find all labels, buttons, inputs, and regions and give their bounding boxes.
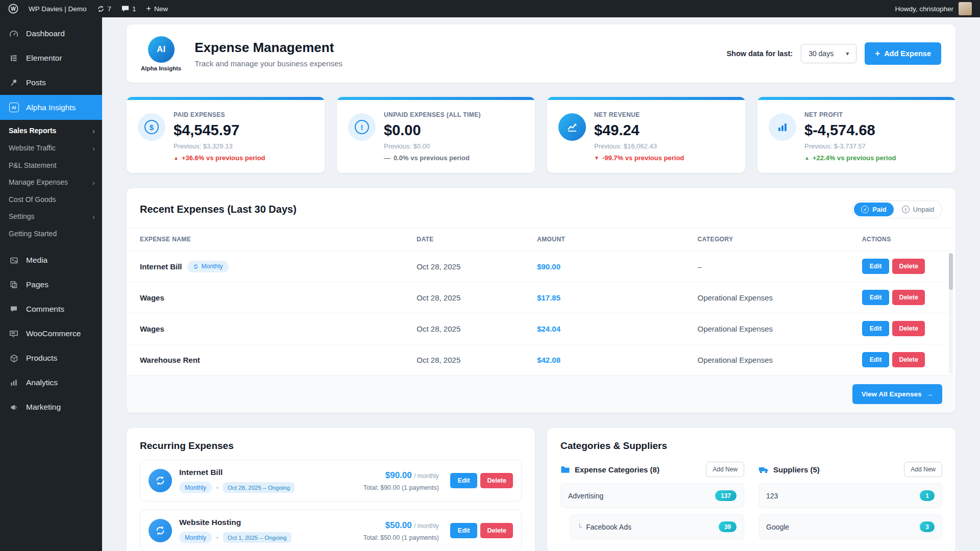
edit-button[interactable]: Edit [450,523,478,538]
sidebar-item-analytics[interactable]: Analytics [0,370,102,395]
site-name-link[interactable]: WP Davies | Demo [29,5,87,13]
date-range-select[interactable]: 30 days ▾ [801,44,856,63]
avatar[interactable] [959,2,972,15]
sidebar-item-elementor[interactable]: Elementor [0,46,102,70]
edit-button[interactable]: Edit [862,259,890,274]
recurring-total: Total: $50.00 (1 payments) [363,534,439,541]
chevron-right-icon: › [92,127,95,135]
stat-value: $0.00 [384,122,481,139]
chevron-right-icon: › [92,144,95,153]
stat-previous: Previous: $0.00 [384,142,481,150]
table-body: Internet Bill Monthly Oct 28, 2025 $90.0… [127,251,955,375]
edit-button[interactable]: Edit [450,473,478,488]
plugin-logo: AI Alpha Insights [141,36,181,71]
sidebar-item-dashboard[interactable]: Dashboard [0,21,102,46]
media-icon [8,256,19,265]
recurring-name: Internet Bill [179,468,356,477]
submenu-website-traffic[interactable]: Website Traffic › [0,139,102,157]
sync-icon [193,264,199,269]
table-row: Warehouse Rent Oct 28, 2025 $42.08 Opera… [127,344,955,375]
sidebar-item-comments[interactable]: Comments [0,297,102,321]
bars-icon [769,113,796,141]
recent-expenses-card: Recent Expenses (Last 30 Days) ✓ Paid ! … [127,188,955,413]
down-arrow-icon: ▼ [594,155,599,161]
recurring-interval: / monthly [414,522,439,530]
add-category-button[interactable]: Add New [706,462,744,477]
add-supplier-button[interactable]: Add New [904,462,942,477]
table-scrollbar[interactable] [949,253,953,373]
sidebar-item-woocommerce[interactable]: WooCommerce [0,321,102,346]
table-row: Wages Oct 28, 2025 $24.04 Operational Ex… [127,313,955,344]
scrollbar-thumb[interactable] [949,253,953,290]
recurring-title: Recurring Expenses [140,440,522,452]
recurring-name: Website Hosting [179,518,356,527]
sidebar-item-marketing[interactable]: Marketing [0,395,102,419]
submenu-cost-of-goods[interactable]: Cost Of Goods [0,191,102,208]
view-all-expenses-button[interactable]: View All Expenses → [852,384,942,404]
delete-button[interactable]: Delete [892,352,925,367]
new-content-button[interactable]: + New [146,4,168,13]
plus-icon: + [146,4,151,13]
recurring-amount: $50.00 [385,520,412,530]
updates-indicator[interactable]: 7 [97,5,112,13]
submenu-settings[interactable]: Settings › [0,208,102,225]
delete-button[interactable]: Delete [892,259,925,274]
delete-button[interactable]: Delete [480,523,513,538]
category-item[interactable]: Advertising 137 [560,483,744,508]
comments-count: 1 [132,5,136,13]
toggle-paid[interactable]: ✓ Paid [854,203,893,216]
sidebar-label: Alpha Insights [26,103,76,112]
recurring-total: Total: $90.00 (1 payments) [363,484,439,491]
svg-text:W: W [11,6,16,12]
submenu-sales-reports[interactable]: Sales Reports › [0,122,102,139]
category-item[interactable]: └ Facebook Ads 39 [570,514,744,539]
stat-change: — 0.0% vs previous period [384,154,481,162]
comments-indicator[interactable]: 1 [121,5,136,13]
delete-button[interactable]: Delete [892,321,925,336]
dollar-circle-icon: $ [138,113,165,141]
sidebar-item-media[interactable]: Media [0,248,102,272]
sidebar-item-alpha-insights[interactable]: AI Alpha Insights [0,95,102,120]
stat-card-net-profit: NET PROFIT $-4,574.68 Previous: $-3,737.… [757,97,955,173]
cube-icon [8,354,19,363]
stat-previous: Previous: $3,329.13 [174,142,265,150]
refresh-icon [97,5,105,13]
sync-icon [149,469,172,492]
delete-button[interactable]: Delete [892,290,925,305]
sidebar-label: Posts [26,78,46,87]
plus-icon: + [875,48,880,59]
wordpress-logo-icon[interactable]: W [8,4,18,14]
sidebar-label: Comments [26,305,64,314]
sidebar-label: Analytics [26,378,58,387]
sidebar-label: Dashboard [26,29,65,38]
expense-name: Warehouse Rent [140,356,200,364]
page-subtitle: Track and manage your business expenses [194,59,342,68]
expense-categories-column: Expense Categories (8) Add New Advertisi… [560,462,744,539]
edit-button[interactable]: Edit [862,290,890,305]
count-badge: 3 [920,521,935,532]
sidebar-item-products[interactable]: Products [0,346,102,370]
alpha-insights-submenu: Sales Reports › Website Traffic › P&L St… [0,120,102,248]
supplier-item[interactable]: Google 3 [758,514,942,539]
sidebar-item-pages[interactable]: Pages [0,272,102,297]
submenu-manage-expenses[interactable]: Manage Expenses › [0,173,102,191]
stat-card-paid-expenses: $ PAID EXPENSES $4,545.97 Previous: $3,3… [127,97,325,173]
submenu-pl-statement[interactable]: P&L Statement [0,157,102,173]
gauge-icon [8,29,19,38]
recurring-expenses-card: Recurring Expenses Internet Bill Monthly… [127,428,535,551]
supplier-item[interactable]: 123 1 [758,483,942,508]
table-row: Internet Bill Monthly Oct 28, 2025 $90.0… [127,251,955,282]
submenu-getting-started[interactable]: Getting Started [0,225,102,242]
filter-label: Show data for last: [726,49,793,58]
howdy-text[interactable]: Howdy, christopher [895,5,953,13]
expenses-footer: View All Expenses → [127,375,955,413]
edit-button[interactable]: Edit [862,352,890,367]
toggle-unpaid[interactable]: ! Unpaid [896,203,940,216]
add-expense-button[interactable]: + Add Expense [865,42,941,65]
recurring-interval: / monthly [414,472,439,480]
sidebar-item-posts[interactable]: Posts [0,70,102,95]
edit-button[interactable]: Edit [862,321,890,336]
stat-change: ▲ +36.6% vs previous period [174,154,265,162]
site-name: WP Davies | Demo [29,5,87,13]
delete-button[interactable]: Delete [480,473,513,488]
